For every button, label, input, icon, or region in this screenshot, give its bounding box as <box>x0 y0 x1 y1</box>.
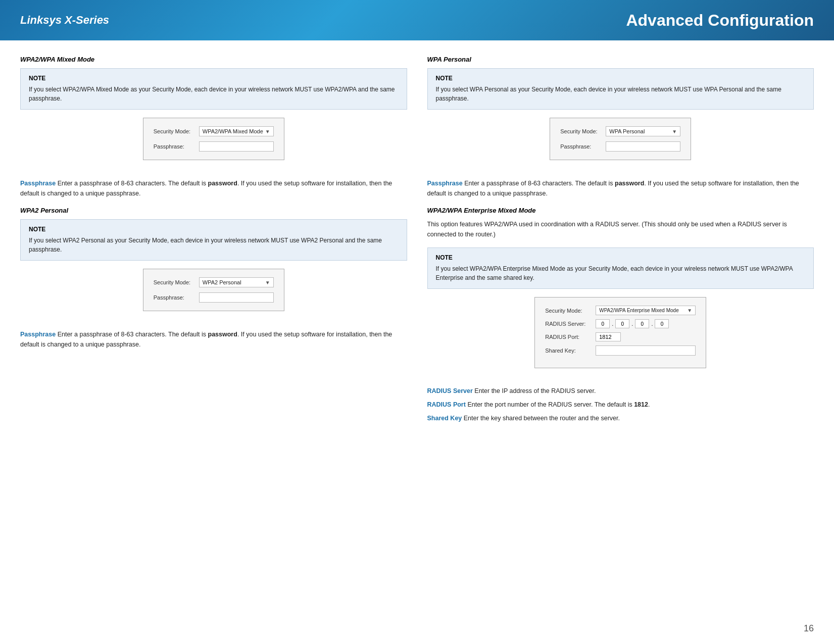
enterprise-intro: This option features WPA2/WPA used in co… <box>427 219 814 239</box>
passphrase-desc-3: Passphrase Enter a passphrase of 8-63 ch… <box>427 178 814 199</box>
mockup-row-security-mode-1: Security Mode: WPA2/WPA Mixed Mode ▼ <box>154 126 274 136</box>
mockup-row-radius-server: RADIUS Server: 0 . 0 . 0 . 0 <box>545 319 696 328</box>
radius-server-label: RADIUS Server: <box>545 321 596 327</box>
security-mode-label-3: Security Mode: <box>560 128 606 134</box>
radius-port-desc: RADIUS Port Enter the port number of the… <box>427 400 814 410</box>
main-content: WPA2/WPA Mixed Mode NOTE If you select W… <box>0 40 834 442</box>
mockup-wpa-personal: Security Mode: WPA Personal ▼ Passphrase… <box>427 118 814 169</box>
dropdown-arrow-1: ▼ <box>265 129 270 134</box>
right-column: WPA Personal NOTE If you select WPA Pers… <box>427 56 814 427</box>
page-header: Linksys X-Series Advanced Configuration <box>0 0 834 40</box>
security-mode-value-4: WPA2/WPA Enterprise Mixed Mode ▼ <box>596 306 696 315</box>
passphrase-label-3: Passphrase: <box>560 143 606 150</box>
note-box-enterprise: NOTE If you select WPA2/WPA Enterprise M… <box>427 247 814 289</box>
page-number: 16 <box>804 623 814 634</box>
dropdown-arrow-2: ▼ <box>265 280 270 285</box>
note-text-3: If you select WPA Personal as your Secur… <box>436 85 806 103</box>
note-text-1: If you select WPA2/WPA Mixed Mode as you… <box>29 85 399 103</box>
ip-octet-4: 0 <box>655 319 669 328</box>
security-mode-label-2: Security Mode: <box>154 279 199 285</box>
passphrase-input-1[interactable] <box>199 141 274 152</box>
ui-mockup-4: Security Mode: WPA2/WPA Enterprise Mixed… <box>534 297 706 368</box>
passphrase-term-1: Passphrase <box>20 180 56 187</box>
dropdown-arrow-3: ▼ <box>672 129 677 134</box>
ui-mockup-2: Security Mode: WPA2 Personal ▼ Passphras… <box>143 269 284 311</box>
mockup-row-security-mode-2: Security Mode: WPA2 Personal ▼ <box>154 277 274 287</box>
section-wpa2-wpa-mixed: WPA2/WPA Mixed Mode NOTE If you select W… <box>20 56 407 199</box>
ip-octet-1: 0 <box>596 319 610 328</box>
passphrase-desc-2: Passphrase Enter a passphrase of 8-63 ch… <box>20 329 407 350</box>
radius-port-label: RADIUS Port: <box>545 334 596 340</box>
mockup-row-radius-port: RADIUS Port: 1812 <box>545 332 696 341</box>
mockup-wpa2-wpa-mixed: Security Mode: WPA2/WPA Mixed Mode ▼ Pas… <box>20 118 407 169</box>
ui-mockup-1: Security Mode: WPA2/WPA Mixed Mode ▼ Pas… <box>143 118 284 160</box>
ip-octet-2: 0 <box>615 319 629 328</box>
radius-port-value: 1812 <box>596 332 621 341</box>
left-column: WPA2/WPA Mixed Mode NOTE If you select W… <box>20 56 407 427</box>
note-box-wpa2-wpa-mixed: NOTE If you select WPA2/WPA Mixed Mode a… <box>20 68 407 110</box>
shared-key-label: Shared Key: <box>545 348 596 354</box>
radius-server-ip: 0 . 0 . 0 . 0 <box>596 319 669 328</box>
mockup-row-shared-key: Shared Key: <box>545 345 696 356</box>
passphrase-input-2[interactable] <box>199 292 274 303</box>
mockup-row-passphrase-3: Passphrase: <box>560 141 680 152</box>
section-enterprise-title: WPA2/WPA Enterprise Mixed Mode <box>427 207 814 214</box>
shared-key-desc: Shared Key Enter the key shared between … <box>427 414 814 423</box>
passphrase-label-2: Passphrase: <box>154 294 199 301</box>
security-mode-label-1: Security Mode: <box>154 128 199 134</box>
note-box-wpa-personal: NOTE If you select WPA Personal as your … <box>427 68 814 110</box>
security-mode-label-4: Security Mode: <box>545 308 596 314</box>
section-enterprise-mixed: WPA2/WPA Enterprise Mixed Mode This opti… <box>427 207 814 423</box>
note-text-4: If you select WPA2/WPA Enterprise Mixed … <box>436 264 806 282</box>
passphrase-desc-1: Passphrase Enter a passphrase of 8-63 ch… <box>20 178 407 199</box>
radius-server-desc: RADIUS Server Enter the IP address of th… <box>427 386 814 396</box>
ui-mockup-3: Security Mode: WPA Personal ▼ Passphrase… <box>550 118 691 160</box>
section-wpa2-personal: WPA2 Personal NOTE If you select WPA2 Pe… <box>20 207 407 350</box>
section-wpa2-personal-title: WPA2 Personal <box>20 207 407 214</box>
section-wpa2-wpa-mixed-title: WPA2/WPA Mixed Mode <box>20 56 407 63</box>
note-text-2: If you select WPA2 Personal as your Secu… <box>29 236 399 254</box>
note-label-1: NOTE <box>29 75 399 82</box>
mockup-wpa2-personal: Security Mode: WPA2 Personal ▼ Passphras… <box>20 269 407 320</box>
security-mode-value-1: WPA2/WPA Mixed Mode ▼ <box>199 126 274 136</box>
passphrase-term-3: Passphrase <box>427 180 463 187</box>
passphrase-label-1: Passphrase: <box>154 143 199 150</box>
page-section-title: Advanced Configuration <box>626 11 814 30</box>
passphrase-input-3[interactable] <box>606 141 680 152</box>
section-wpa-personal: WPA Personal NOTE If you select WPA Pers… <box>427 56 814 199</box>
mockup-row-passphrase-1: Passphrase: <box>154 141 274 152</box>
brand-title: Linksys X-Series <box>20 14 109 27</box>
passphrase-term-2: Passphrase <box>20 331 56 338</box>
shared-key-term: Shared Key <box>427 415 462 422</box>
mockup-row-security-mode-3: Security Mode: WPA Personal ▼ <box>560 126 680 136</box>
note-label-4: NOTE <box>436 254 806 261</box>
mockup-row-passphrase-2: Passphrase: <box>154 292 274 303</box>
security-mode-value-3: WPA Personal ▼ <box>606 126 680 136</box>
mockup-row-security-mode-4: Security Mode: WPA2/WPA Enterprise Mixed… <box>545 306 696 315</box>
ip-octet-3: 0 <box>635 319 649 328</box>
note-label-3: NOTE <box>436 75 806 82</box>
shared-key-input[interactable] <box>596 345 696 356</box>
dropdown-arrow-4: ▼ <box>687 308 692 313</box>
mockup-enterprise: Security Mode: WPA2/WPA Enterprise Mixed… <box>427 297 814 377</box>
radius-port-term: RADIUS Port <box>427 401 466 408</box>
security-mode-value-2: WPA2 Personal ▼ <box>199 277 274 287</box>
note-label-2: NOTE <box>29 226 399 233</box>
radius-server-term: RADIUS Server <box>427 387 473 394</box>
note-box-wpa2-personal: NOTE If you select WPA2 Personal as your… <box>20 219 407 261</box>
section-wpa-personal-title: WPA Personal <box>427 56 814 63</box>
